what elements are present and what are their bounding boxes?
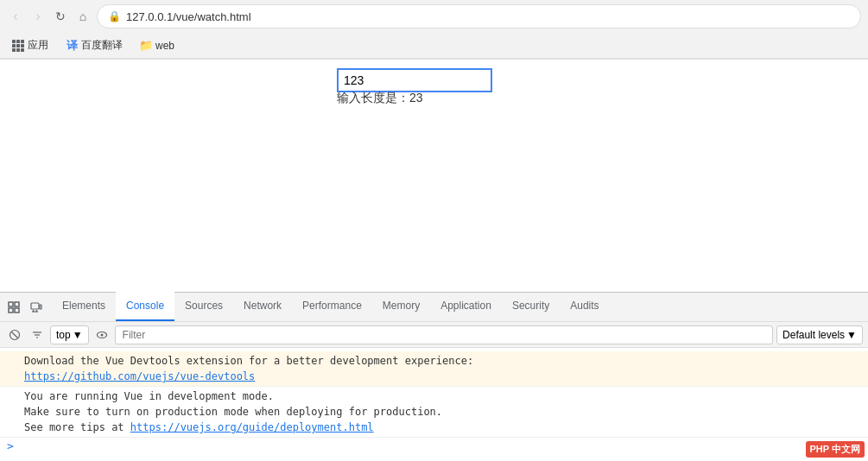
page-content: 输入长度是：23 (0, 60, 868, 275)
svg-rect-3 (15, 308, 19, 313)
devtools-link[interactable]: https://github.com/vuejs/vue-devtools (24, 370, 255, 382)
apps-grid-icon (12, 40, 24, 52)
reload-button[interactable]: ↻ (52, 8, 69, 25)
bookmark-web[interactable]: 📁 web (135, 38, 180, 54)
bookmark-translate-label: 百度翻译 (81, 38, 123, 53)
console-message-devtools-text: Download the Vue Devtools extension for … (24, 355, 473, 367)
watch-input[interactable] (337, 68, 492, 92)
bookmark-apps-label: 应用 (28, 38, 48, 53)
browser-chrome: ‹ › ↻ ⌂ 🔒 127.0.0.1/vue/watch.html 应用 译 … (0, 0, 868, 60)
secure-icon: 🔒 (108, 10, 121, 22)
console-content: Download the Vue Devtools extension for … (0, 348, 868, 461)
tab-audits[interactable]: Audits (560, 292, 609, 321)
svg-rect-4 (31, 303, 39, 309)
console-toolbar: top ▼ Default levels ▼ (0, 322, 868, 348)
svg-rect-1 (9, 308, 13, 313)
svg-rect-5 (40, 305, 41, 309)
translate-icon: 译 (66, 40, 78, 52)
tab-network[interactable]: Network (233, 292, 292, 321)
devtools-tabs-row: Elements Console Sources Network Perform… (0, 293, 868, 322)
tab-performance[interactable]: Performance (292, 292, 372, 321)
svg-line-10 (12, 332, 18, 338)
folder-icon: 📁 (140, 40, 152, 52)
devtools-tabs: Elements Console Sources Network Perform… (52, 293, 610, 321)
inspect-element-button[interactable] (3, 297, 24, 318)
svg-point-15 (100, 333, 103, 336)
device-toolbar-button[interactable] (26, 297, 47, 318)
eye-button[interactable] (92, 325, 111, 344)
console-filter-input[interactable] (115, 325, 773, 344)
svg-rect-0 (9, 302, 13, 306)
tab-sources[interactable]: Sources (174, 292, 233, 321)
devtools-panel: Elements Console Sources Network Perform… (0, 292, 868, 461)
context-selector-arrow: ▼ (73, 329, 83, 341)
console-message-dev-mode: You are running Vue in development mode.… (0, 387, 868, 438)
tab-memory[interactable]: Memory (372, 292, 430, 321)
tab-security[interactable]: Security (502, 292, 560, 321)
console-message-devtools: Download the Vue Devtools extension for … (0, 351, 868, 387)
default-levels-arrow: ▼ (846, 329, 857, 341)
tab-application[interactable]: Application (430, 292, 502, 321)
watermark: PHP 中文网 (806, 441, 865, 458)
deployment-link[interactable]: https://vuejs.org/guide/deployment.html (130, 421, 374, 433)
console-prompt-row: > (0, 438, 868, 454)
svg-rect-2 (15, 302, 19, 306)
context-selector[interactable]: top ▼ (50, 325, 89, 344)
tab-elements[interactable]: Elements (52, 292, 116, 321)
devtools-side-icons (3, 297, 47, 318)
bookmark-translate[interactable]: 译 百度翻译 (60, 36, 128, 54)
address-bar[interactable]: 🔒 127.0.0.1/vue/watch.html (97, 4, 861, 28)
home-button[interactable]: ⌂ (74, 8, 92, 25)
forward-button[interactable]: › (29, 8, 47, 25)
default-levels-label: Default levels (782, 329, 845, 341)
console-prompt-input[interactable] (19, 440, 861, 452)
default-levels-selector[interactable]: Default levels ▼ (776, 325, 863, 344)
filter-button[interactable] (28, 325, 47, 344)
nav-bar: ‹ › ↻ ⌂ 🔒 127.0.0.1/vue/watch.html (0, 0, 868, 33)
clear-console-button[interactable] (5, 325, 24, 344)
bookmark-web-label: web (155, 40, 174, 52)
back-button[interactable]: ‹ (7, 8, 24, 25)
bookmarks-bar: 应用 译 百度翻译 📁 web (0, 33, 868, 59)
bookmark-apps[interactable]: 应用 (7, 36, 54, 54)
input-length-display: 输入长度是：23 (337, 91, 423, 106)
address-text: 127.0.0.1/vue/watch.html (126, 10, 850, 23)
console-prompt-symbol: > (7, 439, 14, 452)
context-selector-value: top (56, 329, 71, 341)
tab-console[interactable]: Console (116, 292, 174, 321)
